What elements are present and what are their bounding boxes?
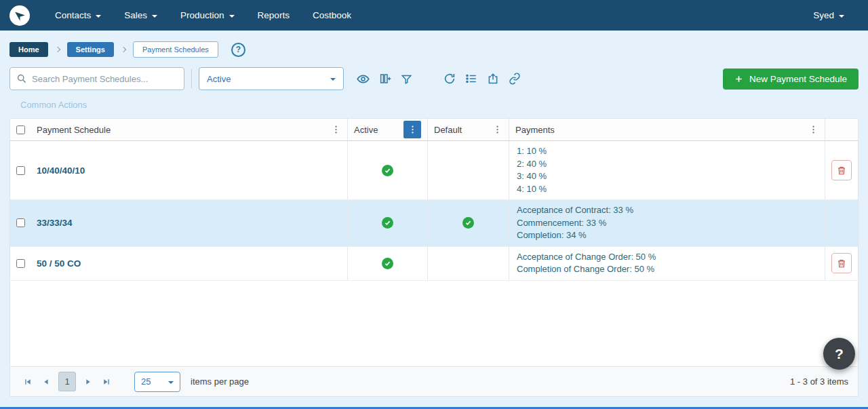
- default-cell: [428, 141, 509, 199]
- nav-costbook[interactable]: Costbook: [301, 0, 363, 31]
- brand-logo[interactable]: [9, 5, 30, 26]
- chevron-down-icon: [839, 15, 844, 18]
- header-active: Active: [348, 119, 428, 140]
- first-page-button[interactable]: [20, 372, 36, 391]
- row-checkbox[interactable]: [16, 259, 25, 268]
- row-checkbox[interactable]: [16, 218, 25, 227]
- column-label: Default: [434, 125, 462, 135]
- trash-icon: [837, 165, 846, 176]
- last-page-button[interactable]: [98, 372, 115, 391]
- payment-line: 3: 40 %: [517, 170, 547, 183]
- column-label: Payments: [515, 125, 555, 135]
- top-nav: Contacts Sales Production Reports Costbo…: [0, 0, 868, 31]
- row-checkbox-cell: [10, 247, 31, 280]
- payments-cell: Acceptance of Contract: 33 % Commencemen…: [509, 200, 825, 246]
- actions-cell: [825, 247, 858, 280]
- default-cell: [428, 247, 509, 280]
- row-checkbox-cell: [10, 200, 31, 246]
- header-payments: Payments: [509, 119, 825, 140]
- column-label: Payment Schedule: [37, 125, 111, 135]
- current-page-button[interactable]: 1: [58, 372, 76, 391]
- nav-costbook-label: Costbook: [313, 10, 351, 20]
- default-check-icon: [462, 217, 474, 229]
- filter-icon[interactable]: [396, 71, 417, 87]
- status-filter-dropdown[interactable]: Active: [199, 67, 344, 90]
- page-size-dropdown[interactable]: 25: [134, 372, 180, 392]
- refresh-icon[interactable]: [439, 70, 460, 87]
- row-checkbox[interactable]: [16, 166, 25, 175]
- list-icon[interactable]: [460, 70, 482, 87]
- header-default: Default: [428, 119, 509, 140]
- status-filter-value: Active: [207, 74, 231, 84]
- column-menu-icon[interactable]: [331, 124, 341, 135]
- search-icon: [16, 73, 27, 84]
- chevron-down-icon: [229, 15, 235, 18]
- active-check-icon: [382, 258, 393, 269]
- common-actions-link[interactable]: Common Actions: [20, 100, 87, 110]
- search-box: [9, 67, 184, 90]
- toolbar: Active: [9, 66, 859, 91]
- new-payment-schedule-button[interactable]: New Payment Schedule: [723, 69, 859, 90]
- payment-line: Completion: 34 %: [517, 229, 587, 242]
- row-checkbox-cell: [10, 141, 31, 199]
- active-cell: [348, 141, 428, 199]
- active-cell: [348, 200, 428, 246]
- select-all-checkbox[interactable]: [16, 125, 25, 134]
- chevron-down-icon: [152, 15, 157, 18]
- header-payment-schedule: Payment Schedule: [31, 119, 348, 140]
- payment-schedule-cell: 50 / 50 CO: [31, 247, 348, 280]
- nav-sales[interactable]: Sales: [113, 0, 169, 31]
- user-menu[interactable]: Syed: [802, 10, 856, 20]
- grid-empty-space: [10, 281, 858, 367]
- pagination-bar: 1 25 items per page 1 - 3 of 3 items: [10, 366, 858, 396]
- actions-cell: [825, 200, 858, 246]
- payments-cell: 1: 10 % 2: 40 % 3: 40 % 4: 10 %: [509, 141, 825, 199]
- add-column-icon[interactable]: [374, 70, 396, 87]
- eye-icon[interactable]: [352, 70, 374, 88]
- payment-schedule-link[interactable]: 33/33/34: [31, 218, 73, 228]
- payment-line: Acceptance of Contract: 33 %: [517, 204, 633, 217]
- payment-line: Commencement: 33 %: [517, 217, 606, 230]
- nav-reports[interactable]: Reports: [246, 0, 301, 31]
- breadcrumb-settings[interactable]: Settings: [67, 42, 114, 57]
- main-menu: Contacts Sales Production Reports Costbo…: [43, 0, 363, 31]
- payment-schedule-cell: 33/33/34: [31, 200, 348, 246]
- payment-line: Completion of Change Order: 50 %: [517, 263, 654, 276]
- column-menu-icon[interactable]: [492, 124, 502, 135]
- breadcrumb-home[interactable]: Home: [9, 42, 48, 57]
- breadcrumb: Home Settings Payment Schedules ?: [0, 31, 868, 66]
- chevron-down-icon: [330, 78, 336, 81]
- table-row: 33/33/34 Acceptance of Contract: 33 % Co…: [10, 200, 858, 247]
- column-menu-active-icon[interactable]: [403, 121, 421, 138]
- help-fab[interactable]: ?: [823, 338, 855, 370]
- next-page-button[interactable]: [80, 372, 96, 391]
- column-label: Active: [354, 125, 378, 135]
- brand-logo-icon: [12, 8, 27, 23]
- table-row: 10/40/40/10 1: 10 % 2: 40 % 3: 40 % 4: 1…: [10, 141, 858, 200]
- actions-cell: [825, 141, 858, 199]
- help-icon[interactable]: ?: [231, 43, 245, 57]
- chevron-down-icon: [96, 15, 101, 18]
- export-icon[interactable]: [482, 70, 504, 87]
- nav-contacts-label: Contacts: [55, 10, 91, 20]
- search-input[interactable]: [32, 74, 178, 84]
- breadcrumb-separator-icon: [121, 47, 126, 52]
- breadcrumb-payment-schedules[interactable]: Payment Schedules: [133, 41, 218, 58]
- payment-schedule-link[interactable]: 50 / 50 CO: [31, 258, 81, 269]
- delete-button[interactable]: [831, 253, 852, 273]
- nav-production[interactable]: Production: [169, 0, 246, 31]
- payment-schedules-grid: Payment Schedule Active Default Payments: [9, 118, 859, 397]
- payment-line: Acceptance of Change Order: 50 %: [517, 251, 656, 264]
- payment-schedule-link[interactable]: 10/40/40/10: [31, 165, 85, 176]
- chevron-down-icon: [168, 381, 174, 384]
- payment-schedule-cell: 10/40/40/10: [31, 141, 348, 199]
- link-icon[interactable]: [504, 70, 526, 87]
- active-check-icon: [382, 165, 393, 176]
- page-range-label: 1 - 3 of 3 items: [790, 376, 848, 387]
- previous-page-button[interactable]: [38, 372, 54, 391]
- nav-production-label: Production: [180, 10, 224, 20]
- payment-line: 4: 10 %: [517, 183, 547, 196]
- delete-button[interactable]: [831, 160, 852, 180]
- nav-contacts[interactable]: Contacts: [43, 0, 113, 31]
- column-menu-icon[interactable]: [808, 124, 818, 135]
